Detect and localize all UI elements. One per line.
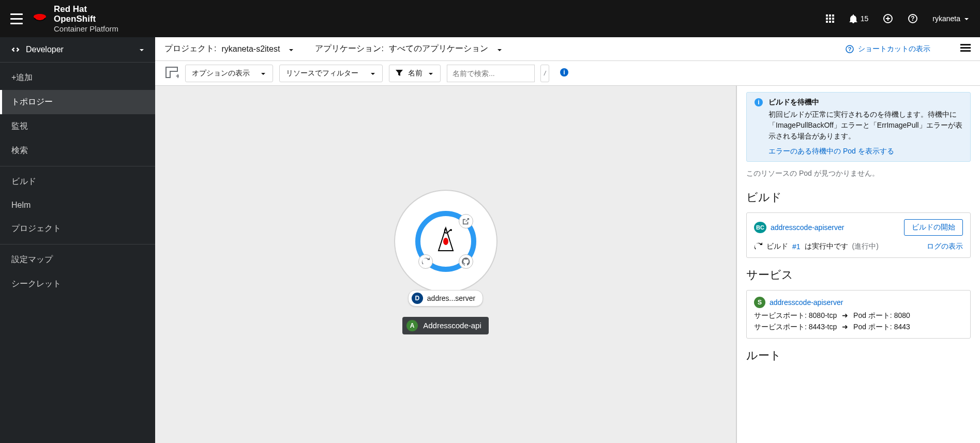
display-options-label: オプションの表示 [192,69,250,78]
import-button[interactable] [883,13,893,24]
redhat-icon [32,13,48,24]
alert-body: 初回ビルドが正常に実行されるのを待機します。待機中に「ImagePullBack… [768,109,963,142]
caret-down-icon [260,70,266,77]
service-badge: S [754,297,765,308]
topology-canvas[interactable]: D addres...server A Addresscode-api [155,86,736,443]
topology-import-icon[interactable]: + [164,66,179,81]
shortcuts-label: ショートカットの表示 [858,44,930,54]
svg-rect-7 [829,21,831,23]
service-link[interactable]: addresscode-apiserver [770,298,843,307]
sidebar-item-builds[interactable]: ビルド [0,170,155,194]
svg-rect-1 [829,14,831,17]
open-url-decorator[interactable] [459,214,473,228]
username: rykaneta [932,14,960,23]
sidebar-item-add[interactable]: +追加 [0,66,155,90]
application-badge: A [406,320,418,331]
display-options-select[interactable]: オプションの表示 [185,65,273,82]
caret-down-icon [496,46,503,52]
sidebar-item-configmaps[interactable]: 設定マップ [0,248,155,272]
search-shortcut-hint: / [540,65,549,82]
svg-text:i: i [564,69,565,76]
source-decorator[interactable] [459,254,473,269]
svg-text:?: ? [911,15,915,22]
build-text-suffix1: は実行中です [805,242,848,251]
alert-link[interactable]: エラーのある待機中の Pod を表示する [768,147,963,156]
workload-node[interactable] [415,211,476,272]
caret-down-icon [370,70,376,77]
svg-rect-14 [960,44,971,45]
services-section-title: サービス [746,267,971,283]
build-decorator[interactable] [418,254,433,269]
view-log-link[interactable]: ログの表示 [927,242,963,251]
app-launcher[interactable] [825,14,835,23]
svg-rect-8 [832,21,834,23]
svg-rect-15 [960,47,971,49]
perspective-switcher[interactable]: Developer [0,37,155,63]
svg-point-21 [450,229,452,231]
name-filter-type-select[interactable]: 名前 [389,65,441,82]
sidebar-item-search[interactable]: 検索 [0,139,155,163]
brand-line1: Red Hat [54,4,87,14]
application-name: Addresscode-api [423,321,481,330]
application-group-circle[interactable] [394,190,497,293]
svg-rect-16 [960,50,971,52]
build-text-suffix2: (進行中) [852,242,879,251]
info-icon: i [754,98,763,107]
caret-down-icon [428,70,434,77]
build-waiting-alert: i ビルドを待機中 初回ビルドが正常に実行されるのを待機します。待機中に「Ima… [746,92,971,162]
info-icon: ? [846,45,854,53]
notification-count: 15 [861,14,869,23]
resource-filter-label: リソースでフィルター [286,69,358,78]
alert-title: ビルドを待機中 [768,98,963,107]
sidebar-item-project[interactable]: プロジェクト [0,217,155,241]
running-icon [754,242,762,251]
notifications[interactable]: 15 [849,14,869,23]
nav-toggle[interactable] [6,8,27,29]
brand-line3: Container Platform [54,24,118,33]
svg-text:?: ? [848,46,852,52]
name-filter-label: 名前 [408,69,423,78]
caret-down-icon [963,16,970,22]
buildconfig-link[interactable]: addresscode-apiserver [771,223,844,232]
sidebar-item-helm[interactable]: Helm [0,194,155,217]
sidebar-item-topology[interactable]: トポロジー [0,90,155,114]
filter-help-icon[interactable]: i [560,68,569,79]
application-label: アプリケーション: [315,43,383,54]
sidebar: Developer +追加トポロジー監視検索 ビルドHelmプロジェクト 設定マ… [0,37,155,443]
filter-icon [396,70,403,77]
project-label: プロジェクト: [164,43,216,54]
build-text-prefix: ビルド [766,242,788,251]
sidebar-item-secrets[interactable]: シークレット [0,272,155,296]
code-icon [10,44,21,55]
resource-filter-select[interactable]: リソースでフィルター [279,65,383,82]
svg-text:+: + [176,72,179,79]
shortcuts-link[interactable]: ? ショートカットの表示 [846,44,930,54]
search-input[interactable] [447,65,535,82]
builds-section-title: ビルド [746,190,971,205]
buildconfig-badge: BC [754,222,766,233]
svg-rect-3 [826,18,828,20]
service-port-1: サービスポート: 8080-tcp ➜ Pod ポート: 8080 [754,311,963,320]
list-view-button[interactable] [960,43,971,54]
perspective-label: Developer [26,45,64,54]
user-menu[interactable]: rykaneta [932,14,970,23]
svg-rect-0 [826,14,828,17]
application-pill[interactable]: A Addresscode-api [402,317,489,334]
build-run-link[interactable]: #1 [792,242,801,251]
application-selector[interactable]: アプリケーション: すべてのアプリケーション [315,43,502,54]
routes-section-title: ルート [746,348,971,363]
sidebar-item-monitoring[interactable]: 監視 [0,114,155,139]
svg-rect-5 [832,18,834,20]
details-panel: i ビルドを待機中 初回ビルドが正常に実行されるのを待機します。待機中に「Ima… [737,86,980,443]
project-selector[interactable]: プロジェクト: rykaneta-s2itest [164,43,294,54]
application-value: すべてのアプリケーション [389,43,488,54]
java-icon [433,226,458,257]
caret-down-icon [288,46,294,52]
node-name-pill[interactable]: D addres...server [408,290,483,307]
service-port-2: サービスポート: 8443-tcp ➜ Pod ポート: 8443 [754,323,963,332]
help-button[interactable]: ? [908,13,918,24]
svg-rect-2 [832,14,834,17]
svg-rect-6 [826,21,828,23]
start-build-button[interactable]: ビルドの開始 [904,219,963,236]
brand: Red Hat OpenShift Container Platform [32,4,118,33]
